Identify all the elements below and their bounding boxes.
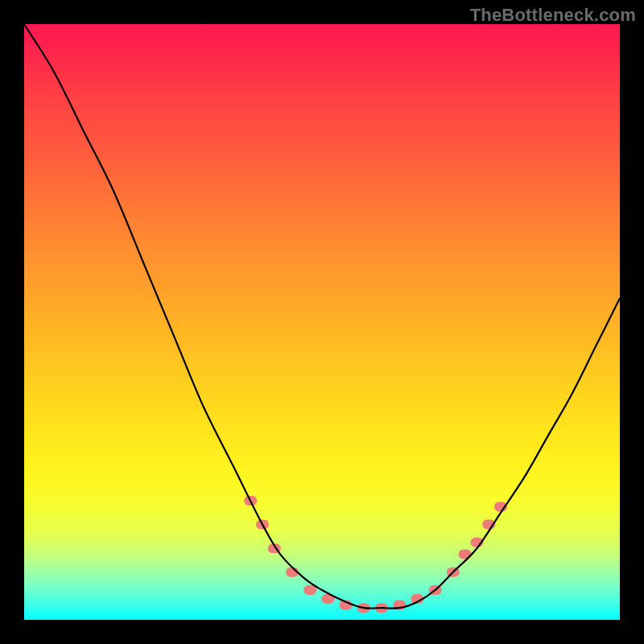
plot-gradient-background	[24, 24, 620, 620]
outer-frame: TheBottleneck.com	[0, 0, 644, 644]
attribution-label: TheBottleneck.com	[470, 5, 636, 26]
